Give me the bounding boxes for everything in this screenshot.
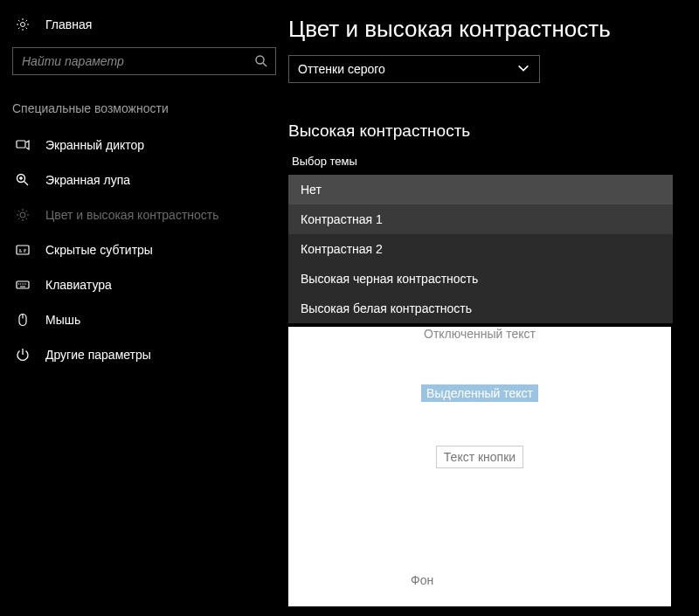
brightness-icon (16, 208, 33, 222)
nav-label: Экранный диктор (45, 138, 144, 152)
power-icon (16, 348, 33, 362)
sidebar-item-other[interactable]: Другие параметры (0, 337, 288, 372)
nav-label: Экранная лупа (45, 173, 130, 187)
nav-label: Скрытые субтитры (45, 243, 153, 257)
grayscale-select-value: Оттенки серого (298, 62, 385, 76)
chevron-down-icon (516, 61, 530, 78)
theme-option-high-white[interactable]: Высокая белая контрастность (288, 294, 673, 323)
sidebar: Главная Специальные возможности Экранный… (0, 0, 288, 616)
svg-point-1 (256, 56, 264, 64)
grayscale-select[interactable]: Оттенки серого (288, 55, 540, 83)
sidebar-item-keyboard[interactable]: Клавиатура (0, 267, 288, 302)
svg-rect-2 (17, 141, 25, 148)
svg-point-4 (20, 212, 25, 218)
theme-dropdown-list: Нет Контрастная 1 Контрастная 2 Высокая … (288, 175, 673, 323)
theme-option-contrast2[interactable]: Контрастная 2 (288, 234, 673, 264)
svg-point-0 (21, 23, 25, 27)
nav-group-header: Специальные возможности (0, 101, 288, 128)
gear-icon (16, 17, 33, 31)
preview-background-label: Фон (411, 573, 433, 587)
page-title: Цвет и высокая контрастность (288, 16, 699, 55)
keyboard-icon (16, 278, 33, 292)
nav-label: Мышь (45, 313, 80, 327)
theme-preview-panel: Отключенный текст Выделенный текст Текст… (288, 327, 671, 606)
preview-button-text: Текст кнопки (436, 446, 523, 468)
search-input-container[interactable] (12, 47, 276, 75)
nav-label: Клавиатура (45, 278, 112, 292)
main-content: Цвет и высокая контрастность Оттенки сер… (288, 0, 699, 616)
sidebar-item-color-contrast[interactable]: Цвет и высокая контрастность (0, 197, 288, 232)
narrator-icon (16, 138, 33, 152)
sidebar-item-magnifier[interactable]: Экранная лупа (0, 163, 288, 197)
mouse-icon (16, 313, 33, 327)
theme-select-label: Выбор темы (292, 155, 699, 170)
svg-rect-5 (17, 246, 29, 254)
home-label: Главная (45, 17, 92, 31)
search-icon (254, 54, 268, 68)
search-input[interactable] (22, 54, 254, 68)
sidebar-item-home[interactable]: Главная (0, 10, 288, 47)
sidebar-item-narrator[interactable]: Экранный диктор (0, 128, 288, 163)
preview-disabled-text: Отключенный текст (288, 327, 671, 341)
magnifier-icon (16, 173, 33, 187)
nav-label: Цвет и высокая контрастность (45, 208, 219, 222)
nav-label: Другие параметры (45, 348, 151, 362)
preview-highlighted-text: Выделенный текст (421, 384, 538, 402)
captions-icon (16, 243, 33, 257)
section-title-high-contrast: Высокая контрастность (288, 121, 699, 155)
theme-option-high-black[interactable]: Высокая черная контрастность (288, 264, 673, 294)
theme-option-none[interactable]: Нет (288, 175, 673, 204)
theme-option-contrast1[interactable]: Контрастная 1 (288, 204, 673, 234)
svg-rect-6 (17, 281, 29, 288)
sidebar-item-captions[interactable]: Скрытые субтитры (0, 232, 288, 267)
sidebar-item-mouse[interactable]: Мышь (0, 302, 288, 337)
